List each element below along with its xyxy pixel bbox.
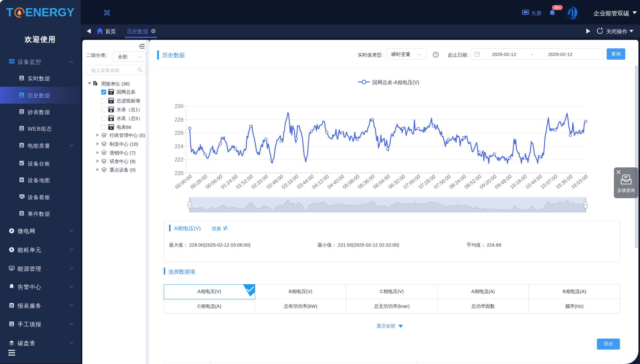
svg-text:03:16:00: 03:16:00	[281, 174, 300, 190]
svg-text:05:08:00: 05:08:00	[342, 174, 360, 190]
svg-text:07:56:00: 07:56:00	[433, 174, 452, 190]
svg-text:05:36:00: 05:36:00	[357, 174, 376, 190]
svg-text:00:56:00: 00:56:00	[205, 174, 223, 190]
svg-text:230: 230	[175, 103, 183, 109]
svg-text:220: 220	[175, 170, 183, 176]
svg-text:02:20:00: 02:20:00	[250, 174, 269, 190]
svg-text:?: ?	[435, 53, 437, 57]
svg-text:08:52:00: 08:52:00	[463, 174, 482, 190]
svg-text:01:52:00: 01:52:00	[235, 174, 254, 190]
svg-text:06:32:00: 06:32:00	[387, 174, 406, 190]
svg-text:10:44:00: 10:44:00	[524, 174, 543, 190]
svg-text:224: 224	[175, 144, 183, 149]
svg-text:09:48:00: 09:48:00	[494, 174, 513, 190]
svg-text:01:24:00: 01:24:00	[220, 174, 239, 190]
svg-text:03:44:00: 03:44:00	[296, 174, 315, 190]
svg-text:222: 222	[175, 157, 183, 163]
svg-text:15:07:00: 15:07:00	[539, 174, 558, 190]
svg-text:09:20:00: 09:20:00	[479, 174, 498, 190]
svg-text:06:04:00: 06:04:00	[372, 174, 391, 190]
svg-text:D: D	[20, 178, 23, 182]
svg-text:02:48:00: 02:48:00	[265, 174, 284, 190]
svg-text:04:40:00: 04:40:00	[326, 174, 345, 190]
svg-text:16:03:00: 16:03:00	[570, 174, 589, 190]
svg-text:04:12:00: 04:12:00	[311, 174, 330, 190]
svg-text:228: 228	[175, 117, 183, 123]
svg-text:15:35:00: 15:35:00	[555, 174, 574, 190]
svg-text:226: 226	[175, 130, 183, 136]
svg-text:07:00:00: 07:00:00	[402, 174, 421, 190]
svg-text:10:16:00: 10:16:00	[509, 174, 528, 190]
svg-text:00:28:00: 00:28:00	[189, 174, 208, 190]
svg-text:08:24:00: 08:24:00	[448, 174, 467, 190]
svg-text:07:28:00: 07:28:00	[418, 174, 437, 190]
